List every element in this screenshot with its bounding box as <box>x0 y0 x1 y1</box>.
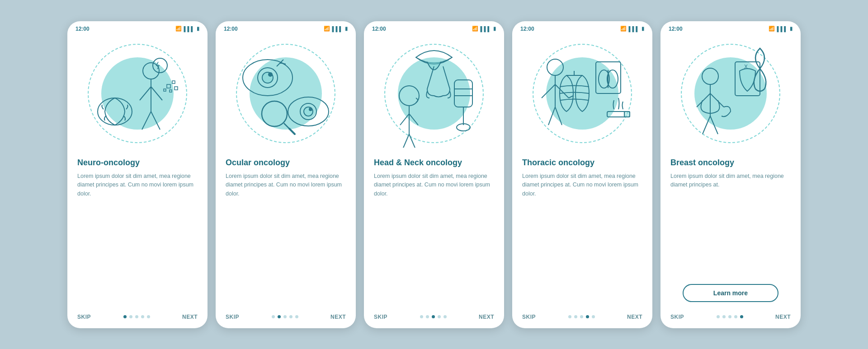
title-breast: Breast oncology <box>670 158 791 168</box>
svg-point-29 <box>607 70 618 88</box>
svg-rect-5 <box>170 90 172 92</box>
card-ocular-oncology: 12:00 📶 ▌▌▌ ▮ <box>216 21 356 328</box>
svg-rect-7 <box>164 89 166 91</box>
next-btn-2[interactable]: NEXT <box>330 314 346 320</box>
dot-1-0 <box>123 315 127 318</box>
status-bar-2: 12:00 📶 ▌▌▌ ▮ <box>216 21 356 35</box>
text-neuro: Lorem ipsum dolor sit dim amet, mea regi… <box>77 172 198 304</box>
dot-4-0 <box>568 315 571 318</box>
status-icons-4: 📶 ▌▌▌ ▮ <box>620 26 644 32</box>
svg-point-24 <box>547 59 563 75</box>
battery-icon-3: ▮ <box>493 26 496 32</box>
svg-rect-26 <box>624 112 630 117</box>
dot-3-1 <box>426 315 429 318</box>
learn-more-button[interactable]: Learn more <box>683 284 779 302</box>
next-btn-3[interactable]: NEXT <box>479 314 494 320</box>
status-bar-4: 12:00 📶 ▌▌▌ ▮ <box>512 21 652 35</box>
dot-4-4 <box>592 315 595 318</box>
signal-icon-5: ▌▌▌ <box>777 26 788 32</box>
signal-icon-4: ▌▌▌ <box>629 26 639 32</box>
svg-point-2 <box>153 58 167 73</box>
wifi-icon-5: 📶 <box>769 26 775 32</box>
svg-point-16 <box>262 101 287 126</box>
svg-rect-4 <box>172 81 175 84</box>
dot-3-2 <box>432 315 435 318</box>
svg-point-11 <box>269 73 272 76</box>
text-head-neck: Lorem ipsum dolor sit dim amet, mea regi… <box>374 172 494 304</box>
nav-5: SKIP NEXT <box>660 308 801 328</box>
ocular-svg <box>231 39 340 148</box>
status-bar-3: 12:00 📶 ▌▌▌ ▮ <box>364 21 504 35</box>
card-neuro-oncology: 12:00 📶 ▌▌▌ ▮ <box>67 21 208 328</box>
skip-btn-3[interactable]: SKIP <box>374 314 387 320</box>
dot-2-4 <box>295 315 298 318</box>
nav-2: SKIP NEXT <box>216 308 356 328</box>
battery-icon-4: ▮ <box>642 26 644 32</box>
dot-1-2 <box>135 315 138 318</box>
status-icons-3: 📶 ▌▌▌ ▮ <box>472 26 496 32</box>
illustration-breast: X <box>660 35 801 152</box>
battery-icon-1: ▮ <box>197 26 199 32</box>
time-5: 12:00 <box>669 26 683 32</box>
dots-3 <box>420 315 447 318</box>
card-thoracic-oncology: 12:00 📶 ▌▌▌ ▮ <box>512 21 652 328</box>
dot-1-1 <box>129 315 132 318</box>
content-ocular: Ocular oncology Lorem ipsum dolor sit di… <box>216 152 356 308</box>
svg-text:X: X <box>744 64 748 70</box>
dots-4 <box>568 315 595 318</box>
battery-icon-5: ▮ <box>790 26 793 32</box>
dot-4-3 <box>586 315 589 318</box>
dot-5-0 <box>717 315 720 318</box>
content-breast: Breast oncology Lorem ipsum dolor sit di… <box>660 152 801 308</box>
next-btn-1[interactable]: NEXT <box>182 314 198 320</box>
svg-line-18 <box>289 129 295 134</box>
title-head-neck: Head & Neck oncology <box>374 158 494 168</box>
dot-5-2 <box>728 315 731 318</box>
thoracic-svg <box>528 39 637 148</box>
status-bar-5: 12:00 📶 ▌▌▌ ▮ <box>660 21 801 35</box>
dot-3-0 <box>420 315 423 318</box>
time-2: 12:00 <box>224 26 238 32</box>
title-ocular: Ocular oncology <box>226 158 346 168</box>
next-btn-5[interactable]: NEXT <box>775 314 791 320</box>
dots-1 <box>123 315 150 318</box>
dot-3-3 <box>438 315 441 318</box>
svg-point-15 <box>309 108 312 111</box>
illustration-thoracic <box>512 35 652 152</box>
skip-btn-2[interactable]: SKIP <box>226 314 239 320</box>
svg-rect-6 <box>175 87 178 90</box>
dot-2-1 <box>278 315 281 318</box>
status-icons-2: 📶 ▌▌▌ ▮ <box>324 26 348 32</box>
time-3: 12:00 <box>372 26 386 32</box>
dot-1-3 <box>141 315 144 318</box>
signal-icon-1: ▌▌▌ <box>184 26 194 32</box>
skip-btn-5[interactable]: SKIP <box>670 314 684 320</box>
content-thoracic: Thoracic oncology Lorem ipsum dolor sit … <box>512 152 652 308</box>
svg-rect-3 <box>167 84 170 88</box>
content-neuro: Neuro-oncology Lorem ipsum dolor sit dim… <box>67 152 208 308</box>
dot-4-2 <box>580 315 583 318</box>
dot-2-3 <box>289 315 292 318</box>
dot-5-1 <box>722 315 726 318</box>
svg-point-33 <box>702 68 718 84</box>
wifi-icon-3: 📶 <box>472 26 478 32</box>
status-bar-1: 12:00 📶 ▌▌▌ ▮ <box>67 21 208 35</box>
wifi-icon-1: 📶 <box>175 26 182 32</box>
title-neuro: Neuro-oncology <box>77 158 198 168</box>
next-btn-4[interactable]: NEXT <box>627 314 642 320</box>
status-icons-5: 📶 ▌▌▌ ▮ <box>769 26 793 32</box>
card-head-neck-oncology: 12:00 📶 ▌▌▌ ▮ <box>364 21 504 328</box>
breast-svg: X <box>676 39 785 148</box>
skip-btn-1[interactable]: SKIP <box>77 314 91 320</box>
dot-5-4 <box>740 315 743 318</box>
nav-4: SKIP NEXT <box>512 308 652 328</box>
wifi-icon-2: 📶 <box>324 26 330 32</box>
neuro-svg <box>83 39 192 148</box>
dot-5-3 <box>734 315 737 318</box>
cards-container: 12:00 📶 ▌▌▌ ▮ <box>0 8 868 342</box>
svg-rect-20 <box>454 80 472 107</box>
text-breast: Lorem ipsum dolor sit dim amet, mea regi… <box>670 172 791 280</box>
skip-btn-4[interactable]: SKIP <box>522 314 536 320</box>
nav-3: SKIP NEXT <box>364 308 504 328</box>
dot-1-4 <box>147 315 150 318</box>
